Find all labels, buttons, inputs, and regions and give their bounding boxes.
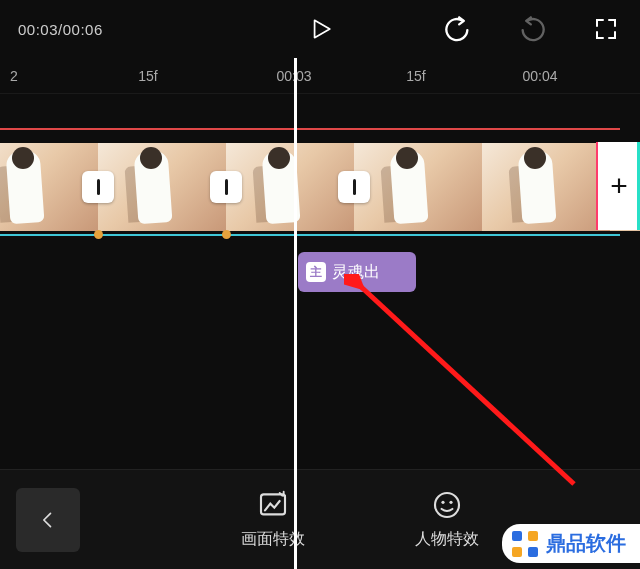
ruler-tick: 2: [10, 68, 18, 84]
keyframe-marker[interactable]: [94, 230, 103, 239]
svg-line-0: [358, 284, 574, 484]
tab-person-effects[interactable]: 人物特效: [415, 489, 479, 550]
timeline-ruler[interactable]: 2 15f 00:03 15f 00:04: [0, 58, 640, 94]
effect-name: 灵魂出: [332, 262, 380, 283]
video-track-boundary-bottom: [0, 234, 620, 236]
playhead[interactable]: [294, 58, 297, 569]
redo-icon: [518, 15, 546, 43]
video-clip[interactable]: [98, 143, 226, 231]
svg-point-3: [441, 501, 444, 504]
current-time: 00:03: [18, 21, 58, 38]
top-bar: 00:03/00:06: [0, 0, 640, 58]
fullscreen-button[interactable]: [592, 15, 620, 43]
play-icon: [307, 16, 333, 42]
face-fx-icon: [431, 489, 463, 521]
play-button[interactable]: [306, 15, 334, 43]
tab-label: 人物特效: [415, 529, 479, 550]
total-time: 00:06: [63, 21, 103, 38]
transition-handle[interactable]: [210, 171, 242, 203]
video-track[interactable]: [0, 142, 640, 232]
keyframe-marker[interactable]: [222, 230, 231, 239]
plus-icon: +: [610, 169, 628, 203]
chevron-left-icon: [38, 510, 58, 530]
redo-button[interactable]: [518, 15, 546, 43]
video-track-boundary-top: [0, 128, 620, 130]
back-button[interactable]: [16, 488, 80, 552]
transition-handle[interactable]: [338, 171, 370, 203]
video-clip[interactable]: [482, 143, 610, 231]
effect-badge: 主: [306, 262, 326, 282]
watermark: 鼎品软件: [502, 524, 640, 563]
timeline-area[interactable]: + 主 灵魂出: [0, 94, 640, 444]
add-clip-button[interactable]: +: [596, 142, 640, 230]
transition-handle[interactable]: [82, 171, 114, 203]
svg-point-4: [449, 501, 452, 504]
watermark-text: 鼎品软件: [546, 530, 626, 557]
effect-clip[interactable]: 主 灵魂出: [298, 252, 416, 292]
fullscreen-icon: [594, 17, 618, 41]
time-display: 00:03/00:06: [18, 21, 103, 38]
image-fx-icon: [257, 489, 289, 521]
svg-rect-1: [261, 494, 285, 514]
video-clip[interactable]: [354, 143, 482, 231]
undo-button[interactable]: [444, 15, 472, 43]
undo-icon: [444, 15, 472, 43]
svg-point-2: [435, 493, 459, 517]
ruler-tick: 15f: [406, 68, 425, 84]
ruler-tick: 00:04: [522, 68, 557, 84]
video-clip[interactable]: [226, 143, 354, 231]
watermark-logo-icon: [512, 531, 538, 557]
ruler-tick: 15f: [138, 68, 157, 84]
